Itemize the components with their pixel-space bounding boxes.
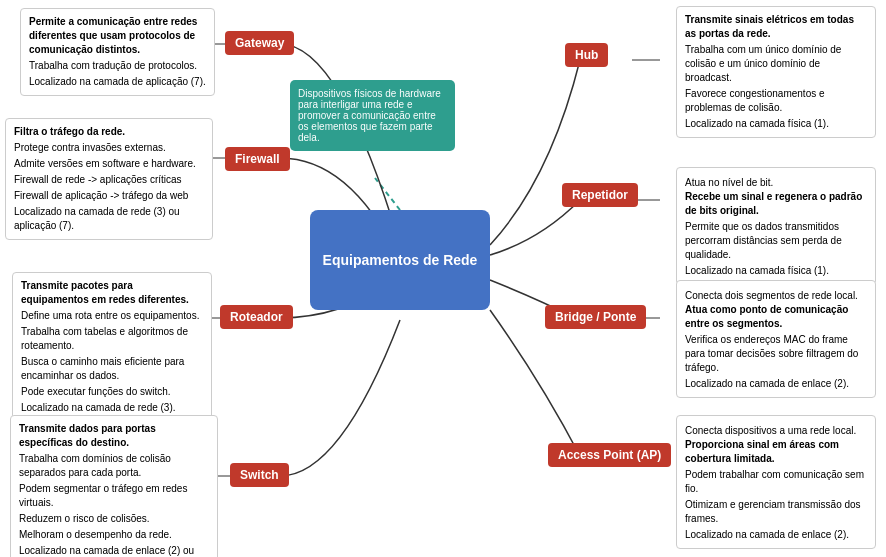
- mind-map: Equipamentos de Rede Dispositivos físico…: [0, 0, 886, 557]
- gateway-info: Permite a comunicação entre redes difere…: [20, 8, 215, 96]
- repetidor-label: Repetidor: [562, 183, 638, 207]
- central-node: Equipamentos de Rede: [310, 210, 490, 310]
- desc-box: Dispositivos físicos de hardware para in…: [290, 80, 455, 151]
- repetidor-info: Atua no nível de bit. Recebe um sinal e …: [676, 167, 876, 285]
- access-info: Conecta dispositivos a uma rede local. P…: [676, 415, 876, 549]
- hub-label: Hub: [565, 43, 608, 67]
- firewall-info: Filtra o tráfego da rede. Protege contra…: [5, 118, 213, 240]
- gateway-label: Gateway: [225, 31, 294, 55]
- central-label: Equipamentos de Rede: [323, 252, 478, 268]
- firewall-label: Firewall: [225, 147, 290, 171]
- bridge-label: Bridge / Ponte: [545, 305, 646, 329]
- desc-text: Dispositivos físicos de hardware para in…: [298, 88, 441, 143]
- access-label: Access Point (AP): [548, 443, 671, 467]
- switch-info: Transmite dados para portas específicas …: [10, 415, 218, 557]
- hub-info: Transmite sinais elétricos em todas as p…: [676, 6, 876, 138]
- roteador-label: Roteador: [220, 305, 293, 329]
- svg-line-0: [375, 178, 400, 210]
- switch-label: Switch: [230, 463, 289, 487]
- roteador-info: Transmite pacotes para equipamentos em r…: [12, 272, 212, 422]
- bridge-info: Conecta dois segmentos de rede local. At…: [676, 280, 876, 398]
